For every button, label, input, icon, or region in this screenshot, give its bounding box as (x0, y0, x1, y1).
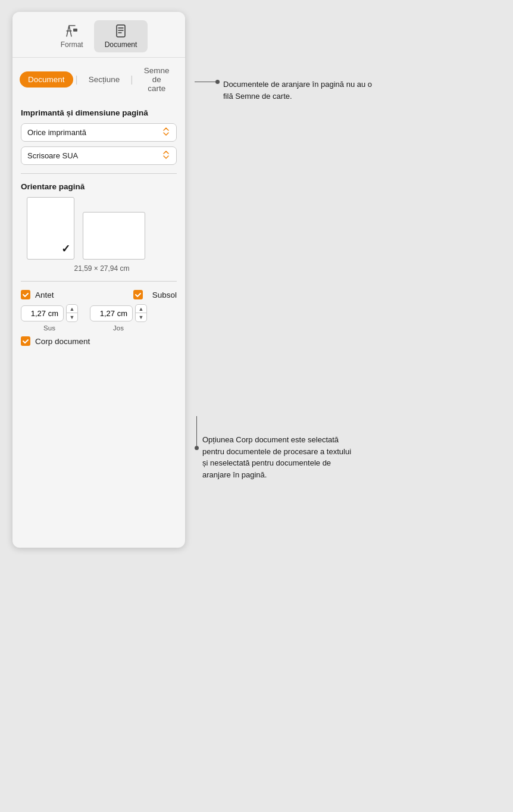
header-label: Antet (35, 291, 54, 299)
stepper-group: ▲ ▼ Sus ▲ ▼ Jos (21, 304, 177, 332)
landscape-option[interactable] (83, 212, 145, 260)
header-stepper-down[interactable]: ▼ (67, 313, 77, 321)
body-checkbox[interactable] (21, 336, 30, 346)
footer-position-label: Jos (113, 324, 124, 332)
body-connector-vert (196, 416, 197, 446)
body-connector-dot (195, 446, 199, 450)
portrait-checkmark: ✓ (61, 242, 70, 255)
header-stepper-up[interactable]: ▲ (67, 305, 77, 313)
annotation-line-connector (195, 80, 220, 84)
printer-section-title: Imprimantă și dimensiune pagină (21, 108, 177, 117)
paper-select-row: Scrisoare SUA (21, 146, 177, 165)
paper-select[interactable]: Scrisoare SUA (21, 146, 177, 165)
footer-stepper-row: ▲ ▼ (90, 304, 147, 322)
document-button[interactable]: Document (94, 20, 148, 52)
header-position-label: Sus (43, 324, 55, 332)
footer-stepper-item: ▲ ▼ Jos (90, 304, 147, 332)
tab-bar: Document | Secțiune | Semne de carte (12, 58, 185, 96)
footer-stepper-buttons: ▲ ▼ (135, 304, 147, 322)
bookmarks-annotation-row: Documentele de aranjare în pagină nu au … (195, 79, 501, 102)
format-label: Format (61, 40, 83, 49)
svg-rect-0 (73, 29, 77, 32)
connector-end-dot (215, 80, 220, 84)
portrait-page: ✓ (27, 197, 74, 260)
footer-stepper-down[interactable]: ▼ (136, 313, 146, 321)
connector-horiz-line (195, 82, 216, 82)
orientation-title: Orientare pagină (21, 182, 177, 191)
dimensions-label: 21,59 × 27,94 cm (21, 264, 177, 273)
document-label: Document (105, 40, 137, 49)
footer-value-input[interactable] (90, 305, 133, 321)
format-button[interactable]: Format (50, 20, 94, 52)
tab-document[interactable]: Document (20, 71, 73, 88)
body-label: Corp document (35, 337, 90, 346)
body-annotation-row: Opțiunea Corp document este selectată pe… (195, 416, 501, 480)
printer-select-row: Orice imprimantă (21, 123, 177, 142)
body-annotation-text: Opțiunea Corp document este selectată pe… (202, 434, 357, 480)
header-checkbox-row: Antet Subsol (21, 290, 177, 299)
tab-divider-1: | (76, 74, 78, 85)
divider-1 (21, 173, 177, 174)
portrait-option[interactable]: ✓ (27, 197, 74, 260)
tab-semne[interactable]: Semne de carte (135, 63, 178, 96)
divider-2 (21, 281, 177, 282)
annotation-area: Documentele de aranjare în pagină nu au … (195, 12, 501, 480)
tab-sectiune[interactable]: Secțiune (80, 71, 129, 88)
footer-label: Subsol (152, 291, 177, 299)
header-stepper-item: ▲ ▼ Sus (21, 304, 78, 332)
landscape-page (83, 212, 145, 260)
orientation-options: ✓ (21, 197, 177, 260)
footer-stepper-up[interactable]: ▲ (136, 305, 146, 313)
body-checkbox-row: Corp document (21, 336, 177, 346)
header-stepper-row: ▲ ▼ (21, 304, 78, 322)
header-value-input[interactable] (21, 305, 64, 321)
panel-content: Imprimantă și dimensiune pagină Orice im… (12, 96, 185, 360)
orientation-section: Orientare pagină ✓ 21,59 × 27,94 cm (21, 182, 177, 273)
footer-checkbox[interactable] (133, 290, 143, 299)
toolbar: Format Document (12, 12, 185, 58)
header-checkbox[interactable] (21, 290, 30, 299)
tab-divider-2: | (130, 74, 133, 85)
inspector-panel: Format Document Document | Secțiune | Se… (12, 12, 185, 548)
body-connector (195, 416, 199, 450)
printer-select[interactable]: Orice imprimantă (21, 123, 177, 142)
header-stepper-buttons: ▲ ▼ (66, 304, 78, 322)
svg-rect-1 (117, 25, 125, 37)
bookmarks-annotation-text: Documentele de aranjare în pagină nu au … (223, 79, 378, 102)
